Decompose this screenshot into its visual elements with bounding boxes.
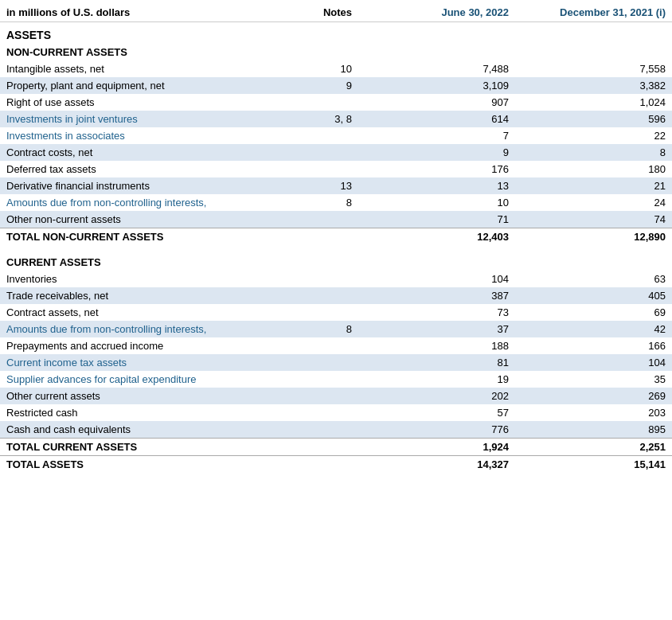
row-dec: 63 <box>515 271 672 287</box>
row-dec: 35 <box>515 371 672 388</box>
row-label: Inventories <box>0 271 271 287</box>
row-label: Other current assets <box>0 388 271 404</box>
row-dec: 69 <box>515 304 672 321</box>
row-label: Trade receivables, net <box>0 287 271 304</box>
total-label: TOTAL NON-CURRENT ASSETS <box>0 228 271 246</box>
row-label: Derivative financial instruments <box>0 177 271 194</box>
row-notes <box>271 161 358 177</box>
sub-header-label: CURRENT ASSETS <box>0 253 672 271</box>
table-row: Right of use assets 907 1,024 <box>0 94 672 111</box>
row-june: 3,109 <box>358 77 515 94</box>
row-june: 9 <box>358 144 515 161</box>
row-notes <box>271 404 358 421</box>
table-row: Prepayments and accrued income 188 166 <box>0 337 672 354</box>
row-dec: 8 <box>515 144 672 161</box>
row-june: 73 <box>358 304 515 321</box>
row-label: Current income tax assets <box>0 354 271 371</box>
table-row: Deferred tax assets 176 180 <box>0 161 672 177</box>
row-notes: 9 <box>271 77 358 94</box>
row-notes <box>271 371 358 388</box>
row-label: Contract assets, net <box>0 304 271 321</box>
row-june: 202 <box>358 388 515 404</box>
total-dec: 15,141 <box>515 456 672 474</box>
row-notes: 8 <box>271 321 358 337</box>
row-notes: 10 <box>271 60 358 77</box>
row-dec: 24 <box>515 194 672 211</box>
header-label: in millions of U.S. dollars <box>0 3 271 22</box>
row-dec: 22 <box>515 127 672 144</box>
row-notes: 8 <box>271 194 358 211</box>
table-row: Supplier advances for capital expenditur… <box>0 371 672 388</box>
row-june: 37 <box>358 321 515 337</box>
assets-header-row: ASSETS <box>0 22 672 44</box>
row-dec: 21 <box>515 177 672 194</box>
row-june: 7,488 <box>358 60 515 77</box>
row-june: 387 <box>358 287 515 304</box>
row-dec: 596 <box>515 111 672 127</box>
total-label: TOTAL CURRENT ASSETS <box>0 439 271 456</box>
row-label: Intangible assets, net <box>0 60 271 77</box>
row-dec: 166 <box>515 337 672 354</box>
header-dec: December 31, 2021 (i) <box>515 3 672 22</box>
row-june: 10 <box>358 194 515 211</box>
total-notes <box>271 439 358 456</box>
row-june: 907 <box>358 94 515 111</box>
row-notes <box>271 354 358 371</box>
row-label: Amounts due from non-controlling interes… <box>0 194 271 211</box>
table-row: Contract costs, net 9 8 <box>0 144 672 161</box>
total-june: 1,924 <box>358 439 515 456</box>
row-notes <box>271 287 358 304</box>
row-label: Investments in associates <box>0 127 271 144</box>
table-row: Restricted cash 57 203 <box>0 404 672 421</box>
row-label: Cash and cash equivalents <box>0 421 271 439</box>
row-label: Right of use assets <box>0 94 271 111</box>
row-june: 176 <box>358 161 515 177</box>
row-dec: 203 <box>515 404 672 421</box>
table-row: Cash and cash equivalents 776 895 <box>0 421 672 439</box>
row-dec: 1,024 <box>515 94 672 111</box>
table-row: Property, plant and equipment, net 9 3,1… <box>0 77 672 94</box>
table-row: Inventories 104 63 <box>0 271 672 287</box>
row-notes <box>271 271 358 287</box>
table-row: Derivative financial instruments 13 13 2… <box>0 177 672 194</box>
row-label: Deferred tax assets <box>0 161 271 177</box>
row-dec: 3,382 <box>515 77 672 94</box>
row-notes <box>271 304 358 321</box>
row-notes <box>271 421 358 439</box>
row-notes <box>271 94 358 111</box>
total-row: TOTAL CURRENT ASSETS 1,924 2,251 <box>0 439 672 456</box>
row-june: 81 <box>358 354 515 371</box>
row-label: Investments in joint ventures <box>0 111 271 127</box>
table-row: Amounts due from non-controlling interes… <box>0 194 672 211</box>
row-notes <box>271 388 358 404</box>
row-dec: 405 <box>515 287 672 304</box>
sub-header-label: NON-CURRENT ASSETS <box>0 43 672 60</box>
sub-header-row: CURRENT ASSETS <box>0 253 672 271</box>
row-june: 71 <box>358 211 515 228</box>
total-row: TOTAL NON-CURRENT ASSETS 12,403 12,890 <box>0 228 672 246</box>
row-label: Restricted cash <box>0 404 271 421</box>
sub-header-row: NON-CURRENT ASSETS <box>0 43 672 60</box>
table-row: Investments in associates 7 22 <box>0 127 672 144</box>
total-dec: 12,890 <box>515 228 672 246</box>
row-label: Prepayments and accrued income <box>0 337 271 354</box>
row-label: Other non-current assets <box>0 211 271 228</box>
total-june: 14,327 <box>358 456 515 474</box>
total-label: TOTAL ASSETS <box>0 456 271 474</box>
row-label: Contract costs, net <box>0 144 271 161</box>
header-june: June 30, 2022 <box>358 3 515 22</box>
row-june: 7 <box>358 127 515 144</box>
assets-header: ASSETS <box>0 22 672 44</box>
financial-table: in millions of U.S. dollars Notes June 3… <box>0 0 672 476</box>
row-june: 57 <box>358 404 515 421</box>
row-june: 104 <box>358 271 515 287</box>
table-row: Current income tax assets 81 104 <box>0 354 672 371</box>
total-notes <box>271 228 358 246</box>
spacer-row <box>0 245 672 253</box>
row-june: 614 <box>358 111 515 127</box>
table-row: Contract assets, net 73 69 <box>0 304 672 321</box>
row-notes <box>271 211 358 228</box>
table-row: Amounts due from non-controlling interes… <box>0 321 672 337</box>
row-june: 13 <box>358 177 515 194</box>
row-label: Amounts due from non-controlling interes… <box>0 321 271 337</box>
